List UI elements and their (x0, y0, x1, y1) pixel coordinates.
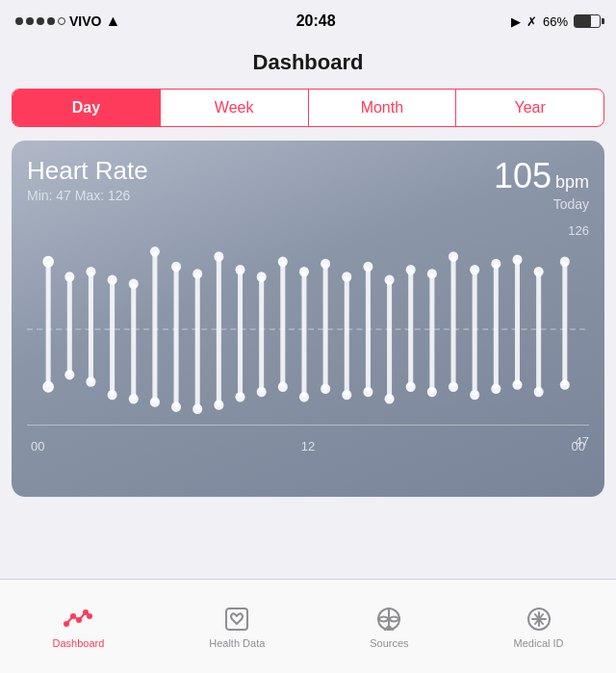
battery-icon (574, 14, 601, 28)
svg-point-27 (214, 400, 223, 409)
svg-point-17 (150, 246, 160, 256)
svg-point-62 (470, 265, 479, 274)
health-data-icon (222, 605, 251, 634)
svg-point-36 (278, 381, 288, 391)
svg-point-47 (363, 262, 372, 272)
svg-point-14 (129, 279, 139, 289)
tab-bar-label-dashboard: Dashboard (52, 637, 104, 649)
carrier-label: VIVO (69, 13, 101, 29)
location-icon: ▶ (511, 14, 521, 29)
svg-point-2 (43, 257, 53, 267)
svg-point-44 (342, 272, 351, 281)
svg-point-75 (560, 379, 570, 389)
sources-icon (374, 605, 403, 634)
svg-point-50 (385, 274, 395, 284)
medical-id-icon (525, 605, 553, 634)
bottom-tab-bar: Dashboard Health Data Sources (0, 579, 616, 673)
chart-title-section: Heart Rate Min: 47 Max: 126 (27, 156, 148, 203)
tab-bar-label-sources: Sources (370, 637, 408, 649)
tab-bar-item-sources[interactable]: Sources (370, 597, 408, 657)
tab-bar-label-health-data: Health Data (209, 637, 265, 649)
svg-point-18 (150, 397, 160, 406)
svg-point-54 (406, 381, 416, 391)
svg-point-68 (512, 254, 522, 264)
chart-bpm-value: 105 bpm (494, 156, 589, 196)
chart-header: Heart Rate Min: 47 Max: 126 105 bpm Toda… (27, 156, 589, 212)
chart-y-min: 47 (576, 434, 589, 449)
dashboard-icon (64, 605, 92, 634)
svg-point-65 (491, 259, 500, 269)
svg-point-66 (491, 384, 500, 394)
svg-point-21 (171, 401, 181, 411)
status-bar: VIVO ▲ 20:48 ▶ ✗ 66% (0, 0, 616, 42)
svg-point-48 (363, 387, 372, 397)
svg-point-29 (235, 265, 244, 274)
signal-dots (15, 17, 65, 25)
svg-point-12 (108, 390, 117, 400)
chart-title: Heart Rate (27, 156, 148, 186)
svg-point-78 (71, 614, 75, 618)
svg-point-9 (86, 376, 95, 386)
tab-month[interactable]: Month (308, 90, 456, 126)
svg-point-38 (299, 267, 309, 276)
chart-date: Today (494, 196, 589, 212)
svg-point-23 (192, 269, 202, 278)
svg-point-79 (77, 618, 81, 622)
svg-point-71 (534, 267, 544, 276)
battery-percent: 66% (543, 14, 568, 29)
svg-point-24 (192, 404, 202, 414)
x-label-start: 00 (31, 439, 44, 453)
heart-rate-chart-card: Heart Rate Min: 47 Max: 126 105 bpm Toda… (12, 141, 604, 497)
tab-year[interactable]: Year (455, 90, 603, 126)
tab-day[interactable]: Day (13, 90, 160, 126)
svg-point-26 (214, 251, 223, 261)
svg-point-53 (406, 265, 416, 274)
svg-point-81 (88, 614, 91, 618)
wifi-icon: ▲ (105, 13, 120, 30)
svg-point-41 (321, 259, 330, 269)
svg-point-20 (171, 262, 181, 272)
svg-point-51 (385, 394, 395, 403)
svg-point-77 (64, 622, 68, 626)
chart-subtitle: Min: 47 Max: 126 (27, 188, 148, 203)
svg-point-39 (299, 392, 309, 401)
tab-week[interactable]: Week (160, 90, 308, 126)
svg-point-8 (86, 267, 95, 276)
svg-point-74 (560, 257, 570, 267)
svg-point-57 (427, 387, 437, 397)
chart-value-section: 105 bpm Today (494, 156, 589, 212)
svg-point-33 (257, 387, 267, 397)
svg-point-42 (321, 384, 330, 394)
status-left: VIVO ▲ (15, 13, 120, 30)
svg-point-69 (512, 379, 522, 389)
svg-point-15 (129, 394, 139, 403)
svg-point-30 (235, 392, 244, 401)
chart-x-labels: 00 12 00 (27, 435, 589, 453)
svg-point-63 (470, 390, 479, 400)
svg-point-11 (108, 274, 117, 284)
svg-point-35 (278, 257, 288, 267)
tab-bar-item-dashboard[interactable]: Dashboard (52, 597, 104, 657)
svg-point-59 (449, 251, 458, 261)
period-tab-selector: Day Week Month Year (12, 89, 604, 127)
svg-point-45 (342, 390, 351, 400)
svg-rect-82 (226, 608, 247, 630)
tab-bar-item-medical-id[interactable]: Medical ID (514, 597, 564, 657)
svg-point-72 (534, 387, 544, 397)
bluetooth-icon: ✗ (526, 14, 537, 29)
status-time: 20:48 (296, 13, 336, 30)
svg-point-80 (84, 610, 88, 614)
svg-point-5 (64, 272, 74, 281)
svg-point-56 (427, 269, 437, 278)
chart-area: 126 (27, 223, 589, 474)
svg-point-60 (449, 381, 458, 391)
page-title: Dashboard (0, 42, 616, 89)
status-right: ▶ ✗ 66% (511, 14, 601, 29)
x-label-mid: 12 (301, 439, 315, 453)
heart-rate-svg (27, 223, 589, 435)
tab-bar-label-medical-id: Medical ID (514, 637, 564, 649)
chart-y-max: 126 (568, 223, 589, 238)
tab-bar-item-health-data[interactable]: Health Data (209, 597, 265, 657)
svg-point-32 (257, 272, 267, 281)
svg-point-3 (43, 381, 53, 391)
